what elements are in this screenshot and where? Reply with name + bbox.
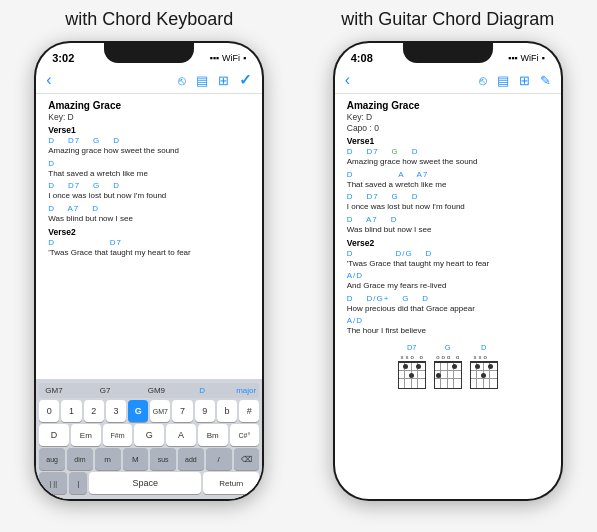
key-G[interactable]: G — [134, 424, 164, 446]
chord-line-3: D D7 G D — [48, 181, 250, 191]
r-chord-line-2: D A A7 — [347, 170, 549, 180]
key-sharp[interactable]: # — [239, 400, 259, 422]
panel-title-right: with Guitar Chord Diagram — [341, 0, 554, 41]
share-icon[interactable]: ⎋ — [178, 73, 186, 88]
key-D[interactable]: D — [39, 424, 69, 446]
key-Em[interactable]: Em — [71, 424, 101, 446]
key-3[interactable]: 3 — [106, 400, 126, 422]
key-gm7[interactable]: GM7 — [150, 400, 170, 422]
phone-screen-right: 4:08 ▪▪▪ WiFi ▪ ‹ ⎋ ▤ ⊞ ✎ — [335, 43, 561, 499]
r-chord-line-4: D A7 D — [347, 215, 549, 225]
phone-frame-right: 4:08 ▪▪▪ WiFi ▪ ‹ ⎋ ▤ ⊞ ✎ — [333, 41, 563, 501]
chord-suggestion-bar: GM7 G7 GM9 D major — [39, 383, 259, 398]
phone-frame-left: 3:02 ▪▪▪ WiFi ▪ ‹ ⎋ ▤ ⊞ ✓ — [34, 41, 264, 501]
suggest-gm9[interactable]: GM9 — [145, 385, 168, 396]
key-dim[interactable]: dim — [67, 448, 93, 470]
edit-icon-r[interactable]: ✎ — [540, 73, 551, 88]
chord-d-label: D — [199, 386, 205, 395]
key-Fshm[interactable]: F#m — [103, 424, 133, 446]
guitar-chord-panel: with Guitar Chord Diagram 4:08 ▪▪▪ WiFi … — [299, 0, 598, 501]
song-key-right: Key: D — [347, 112, 549, 122]
verse2-label-left: Verse2 — [48, 227, 250, 237]
song-content-right: Amazing Grace Key: D Capo : 0 Verse1 D D… — [335, 94, 561, 499]
doc-icon[interactable]: ▤ — [196, 73, 208, 88]
chord-diagram-d7: D7 xxo o — [398, 343, 426, 389]
doc-icon-r[interactable]: ▤ — [497, 73, 509, 88]
battery-icon: ▪ — [243, 53, 246, 63]
key-A[interactable]: A — [166, 424, 196, 446]
key-2[interactable]: 2 — [84, 400, 104, 422]
r-chord-line-6: A/D — [347, 271, 549, 281]
key-slash[interactable]: / — [206, 448, 232, 470]
phone-notch-left — [104, 41, 194, 63]
chord-diagram-d: D xxo — [470, 343, 498, 389]
grid-icon[interactable]: ⊞ — [218, 73, 229, 88]
key-space[interactable]: Space — [89, 472, 201, 494]
song-title-right: Amazing Grace — [347, 100, 549, 111]
key-bar1[interactable]: | || — [39, 472, 67, 494]
key-Bm[interactable]: Bm — [198, 424, 228, 446]
key-aug[interactable]: aug — [39, 448, 65, 470]
chord-g-label: G — [445, 343, 451, 352]
toolbar-left: ‹ ⎋ ▤ ⊞ ✓ — [36, 69, 262, 94]
r-lyric-line-1: Amazing grace how sweet the sound — [347, 157, 549, 167]
key-7[interactable]: 7 — [172, 400, 192, 422]
key-return[interactable]: Return — [203, 472, 259, 494]
chord-row: D Em F#m G A Bm C#° — [39, 424, 259, 446]
chord-major-label[interactable]: major — [236, 386, 256, 395]
key-g-active[interactable]: G — [128, 400, 148, 422]
toolbar-right: ‹ ⎋ ▤ ⊞ ✎ — [335, 69, 561, 94]
r-lyric-line-3: I once was lost but now I'm found — [347, 202, 549, 212]
r-lyric-line-5: 'Twas Grace that taught my heart to fear — [347, 259, 549, 269]
key-sus[interactable]: sus — [150, 448, 176, 470]
key-m[interactable]: m — [95, 448, 121, 470]
key-0[interactable]: 0 — [39, 400, 59, 422]
lyric-line-4: Was blind but now I see — [48, 214, 250, 224]
modifier-row: aug dim m M sus add / ⌫ — [39, 448, 259, 470]
chord-keyboard-area: GM7 G7 GM9 D major 0 1 2 3 G GM7 7 — [36, 379, 262, 499]
chord-line-1: D D7 G D — [48, 136, 250, 146]
song-content-left: Amazing Grace Key: D Verse1 D D7 G D Ama… — [36, 94, 262, 379]
key-bar2[interactable]: | — [69, 472, 87, 494]
key-add[interactable]: add — [178, 448, 204, 470]
key-M[interactable]: M — [123, 448, 149, 470]
back-button-right[interactable]: ‹ — [345, 71, 350, 89]
song-key-left: Key: D — [48, 112, 250, 122]
share-icon-r[interactable]: ⎋ — [479, 73, 487, 88]
suggest-g7[interactable]: G7 — [97, 385, 114, 396]
check-icon[interactable]: ✓ — [239, 71, 252, 89]
grid-icon-r[interactable]: ⊞ — [519, 73, 530, 88]
chord-line-2: D — [48, 159, 250, 169]
r-chord-line-8: A/D — [347, 316, 549, 326]
phone-inner-left: 3:02 ▪▪▪ WiFi ▪ ‹ ⎋ ▤ ⊞ ✓ — [36, 43, 262, 499]
key-Csharp[interactable]: C#° — [230, 424, 260, 446]
phone-inner-right: 4:08 ▪▪▪ WiFi ▪ ‹ ⎋ ▤ ⊞ ✎ — [335, 43, 561, 499]
r-chord-line-1: D D7 G D — [347, 147, 549, 157]
lyric-line-5: 'Twas Grace that taught my heart to fear — [48, 248, 250, 258]
r-chord-line-3: D D7 G D — [347, 192, 549, 202]
suggest-gm7[interactable]: GM7 — [42, 385, 65, 396]
r-lyric-line-4: Was blind but now I see — [347, 225, 549, 235]
chord-diagrams-container: D7 xxo o — [347, 343, 549, 395]
phone-screen-left: 3:02 ▪▪▪ WiFi ▪ ‹ ⎋ ▤ ⊞ ✓ — [36, 43, 262, 499]
r-chord-line-5: D D/G D — [347, 249, 549, 259]
number-row: 0 1 2 3 G GM7 7 9 b # — [39, 400, 259, 422]
battery-icon-r: ▪ — [542, 53, 545, 63]
r-chord-line-7: D D/G+ G D — [347, 294, 549, 304]
key-9[interactable]: 9 — [195, 400, 215, 422]
status-time-left: 3:02 — [52, 52, 74, 64]
back-button-left[interactable]: ‹ — [46, 71, 51, 89]
verse2-label-right: Verse2 — [347, 238, 549, 248]
phone-notch-right — [403, 41, 493, 63]
r-lyric-line-7: How precious did that Grace appear — [347, 304, 549, 314]
r-lyric-line-6: And Grace my fears re-lived — [347, 281, 549, 291]
wifi-icon-r: WiFi — [521, 53, 539, 63]
verse1-label-left: Verse1 — [48, 125, 250, 135]
status-icons-left: ▪▪▪ WiFi ▪ — [209, 53, 246, 63]
key-1[interactable]: 1 — [61, 400, 81, 422]
key-delete[interactable]: ⌫ — [234, 448, 260, 470]
song-title-left: Amazing Grace — [48, 100, 250, 111]
panel-title-left: with Chord Keyboard — [65, 0, 233, 41]
bottom-row: | || | Space Return — [39, 472, 259, 494]
key-b[interactable]: b — [217, 400, 237, 422]
